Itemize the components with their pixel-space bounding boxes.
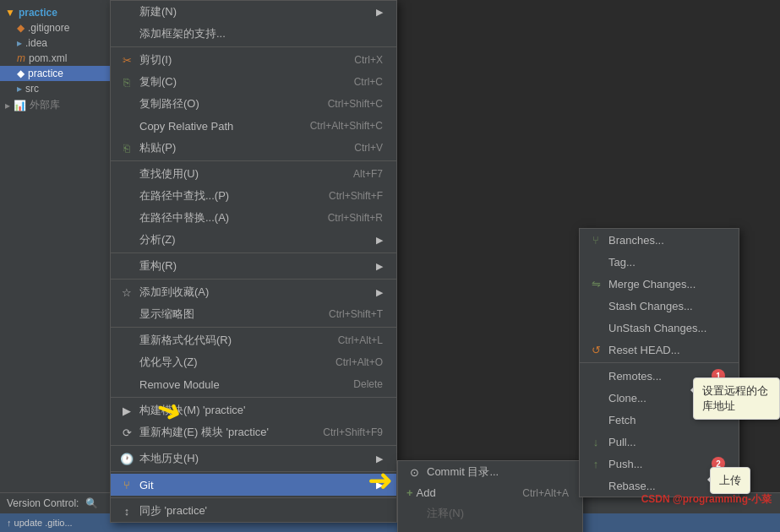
merge-icon: ⇋ [588,276,603,291]
menu-item-add[interactable]: +Add Ctrl+Alt+A [398,483,582,502]
yellow-arrow-2: ➜ [368,463,393,498]
fetch-icon [588,412,603,427]
menu-item-paste[interactable]: ⎗粘贴(P) Ctrl+V [111,137,396,159]
menu-item-unstash[interactable]: UnStash Changes... [580,317,739,339]
favorite-icon: ☆ [119,285,134,300]
context-menu-repository: ⑂Branches... Tag... ⇋Merge Changes... St… [579,228,739,497]
stash-icon [588,298,603,313]
menu-item-branches[interactable]: ⑂Branches... [580,229,739,251]
replace-icon [119,210,134,225]
menu-item-rebuild-module[interactable]: ⟳重新构建(E) 模块 'practice' Ctrl+Shift+F9 [111,421,396,443]
menu-item-reformat[interactable]: 重新格式化代码(R) Ctrl+Alt+L [111,329,396,351]
menu-item-annotate: 注释(N) [398,502,582,524]
vc-label: Version Control: [7,497,79,509]
unstash-icon [588,320,603,335]
menu-item-copy-rel-path[interactable]: Copy Relative Path Ctrl+Alt+Shift+C [111,115,396,137]
separator [111,397,396,398]
menu-item-cut[interactable]: ✂剪切(I) Ctrl+X [111,49,396,71]
thumbnail-icon [119,307,134,322]
separator [111,252,396,253]
rel-path-icon [119,118,134,133]
menu-item-remove-module[interactable]: Remove Module Delete [111,373,396,395]
menu-item-add-framework[interactable]: 添加框架的支持... [111,23,396,45]
menu-item-git[interactable]: ⑂Git ▶ [111,474,396,496]
push-icon: ↑ [588,456,603,471]
rebase-icon [588,478,603,493]
branches-icon: ⑂ [588,232,603,247]
menu-item-show-current-revision: Show Current Revision [398,524,582,532]
sync-icon: ↕ [119,503,134,518]
menu-item-tag[interactable]: Tag... [580,251,739,273]
optimize-icon [119,355,134,370]
menu-item-refactor[interactable]: 重构(R) ▶ [111,255,396,277]
submenu-arrow: ▶ [376,235,383,246]
menu-item-reset-head[interactable]: ↺Reset HEAD... [580,339,739,361]
remotes-icon [588,368,603,383]
menu-item-pull[interactable]: ↓Pull... [580,431,739,453]
tag-icon [588,254,603,269]
menu-item-sync[interactable]: ↕同步 'practice' [111,500,396,522]
menu-item-replace-in-path[interactable]: 在路径中替换...(A) Ctrl+Shift+R [111,207,396,229]
git-icon: ⑂ [119,477,134,492]
history-icon: 🕐 [119,451,134,466]
menu-item-copy[interactable]: ⎘复制(C) Ctrl+C [111,71,396,93]
revision-icon [406,528,422,532]
copy-icon: ⎘ [119,74,134,90]
find-icon [119,166,134,182]
separator [580,362,739,363]
scissors-icon: ✂ [119,52,134,68]
menu-item-thumbnail[interactable]: 显示缩略图 Ctrl+Shift+T [111,303,396,325]
build-icon: ▶ [119,403,134,418]
remove-module-icon [119,377,134,392]
find-path-icon [119,188,134,204]
watermark: CSDN @programming-小菜 [641,492,772,507]
separator [111,46,396,47]
submenu-arrow: ▶ [376,261,383,272]
separator [111,327,396,328]
pull-icon: ↓ [588,434,603,449]
menu-item-commit[interactable]: ⊙Commit 目录... [398,461,582,483]
tooltip-push: 上传 [710,467,750,494]
menu-item-analyze[interactable]: 分析(Z) ▶ [111,229,396,251]
submenu-arrow: ▶ [376,287,383,298]
refactor-icon [119,258,134,274]
clone-icon [588,390,603,405]
annotate-icon [406,506,422,521]
search-icon: 🔍 [85,497,98,509]
reset-icon: ↺ [588,342,603,357]
tooltip-remotes: 设置远程的仓库地址 [693,377,780,420]
copy-path-icon [119,96,134,111]
menu-item-new[interactable]: 新建(N) ▶ [111,1,396,23]
menu-item-optimize-imports[interactable]: 优化导入(Z) Ctrl+Alt+O [111,351,396,373]
menu-item-local-history[interactable]: 🕐本地历史(H) ▶ [111,448,396,470]
separator [111,279,396,280]
analyze-icon [119,232,134,247]
paste-icon: ⎗ [119,140,134,155]
separator [111,160,396,161]
separator [111,471,396,472]
separator [111,497,396,498]
separator [111,445,396,446]
menu-item-add-favorite[interactable]: ☆添加到收藏(A) ▶ [111,281,396,303]
reformat-icon [119,333,134,348]
menu-item-merge[interactable]: ⇋Merge Changes... [580,273,739,295]
context-menu-main: 新建(N) ▶ 添加框架的支持... ✂剪切(I) Ctrl+X ⎘复制(C) … [110,0,397,523]
menu-item-stash[interactable]: Stash Changes... [580,295,739,317]
context-menu-git: ⊙Commit 目录... +Add Ctrl+Alt+A 注释(N) Show… [397,460,583,532]
new-icon [119,4,134,19]
update-text: ↑ update .gitio... [7,518,73,528]
menu-item-find-in-path[interactable]: 在路径中查找...(P) Ctrl+Shift+F [111,185,396,207]
framework-icon [119,26,134,41]
menu-item-find-usages[interactable]: 查找使用(U) Alt+F7 [111,163,396,185]
menu-item-copy-path[interactable]: 复制路径(O) Ctrl+Shift+C [111,93,396,115]
submenu-arrow: ▶ [376,7,383,18]
commit-icon: ⊙ [406,464,422,480]
rebuild-icon: ⟳ [119,425,134,440]
